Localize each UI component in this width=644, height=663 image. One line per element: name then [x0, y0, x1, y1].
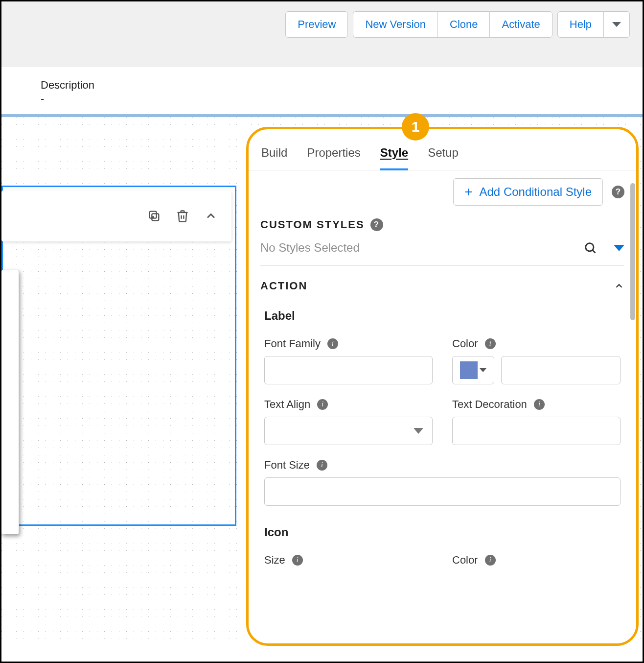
info-icon[interactable]: i — [534, 399, 545, 410]
info-icon[interactable]: i — [485, 338, 496, 349]
description-value: - — [41, 93, 613, 105]
description-label: Description — [41, 79, 613, 92]
add-conditional-style-button[interactable]: + Add Conditional Style — [453, 178, 603, 206]
font-family-label: Font Family i — [264, 337, 433, 350]
svg-line-5 — [593, 250, 596, 253]
text-decoration-input[interactable] — [452, 417, 621, 445]
custom-styles-picker[interactable]: No Styles Selected — [260, 241, 624, 266]
chevron-down-icon — [414, 428, 423, 434]
plus-icon: + — [464, 185, 472, 199]
info-icon[interactable]: i — [317, 399, 328, 410]
text-decoration-label: Text Decoration i — [452, 398, 621, 411]
color-swatch — [460, 361, 478, 379]
icon-size-label: Size i — [264, 554, 433, 567]
activate-button[interactable]: Activate — [489, 11, 552, 38]
preview-button[interactable]: Preview — [285, 11, 348, 38]
collapse-icon[interactable] — [204, 209, 218, 223]
icon-group-title: Icon — [264, 525, 624, 539]
info-icon[interactable]: i — [327, 338, 338, 349]
action-section-header[interactable]: ACTION — [260, 280, 624, 292]
color-input[interactable] — [501, 356, 621, 384]
help-icon[interactable]: ? — [612, 186, 624, 198]
clone-button[interactable]: Clone — [437, 11, 489, 38]
builder-canvas[interactable]: 1 Build Properties Style Setup + Add Con… — [1, 114, 643, 643]
font-size-label: Font Size i — [264, 459, 621, 472]
search-icon[interactable] — [583, 241, 597, 255]
label-group-title: Label — [264, 309, 624, 323]
new-version-button[interactable]: New Version — [353, 11, 437, 38]
callout-badge: 1 — [402, 113, 429, 141]
font-family-input[interactable] — [264, 356, 433, 384]
chevron-down-icon — [480, 368, 486, 372]
color-label: Color i — [452, 337, 621, 350]
styles-placeholder: No Styles Selected — [260, 241, 360, 255]
tab-build[interactable]: Build — [261, 146, 287, 170]
duplicate-icon[interactable] — [147, 209, 161, 223]
action-title: ACTION — [260, 280, 307, 292]
tab-setup[interactable]: Setup — [428, 146, 459, 170]
info-icon[interactable]: i — [317, 460, 327, 471]
panel-tabs: Build Properties Style Setup — [249, 129, 636, 170]
tab-properties[interactable]: Properties — [307, 146, 360, 170]
top-toolbar: Preview New Version Clone Activate Help — [1, 1, 643, 67]
font-size-input[interactable] — [264, 477, 621, 506]
tab-style[interactable]: Style — [380, 146, 408, 170]
text-align-label: Text Align i — [264, 398, 433, 411]
info-icon[interactable]: i — [292, 555, 303, 566]
svg-point-4 — [586, 243, 594, 251]
info-icon[interactable]: i — [485, 555, 496, 566]
help-button[interactable]: Help — [557, 11, 603, 38]
side-panel: Build Properties Style Setup + Add Condi… — [249, 129, 636, 643]
description-bar: Description - — [1, 67, 643, 114]
color-swatch-picker[interactable] — [452, 356, 494, 384]
component-card[interactable] — [1, 270, 19, 534]
add-conditional-label: Add Conditional Style — [480, 185, 592, 199]
trash-icon[interactable] — [176, 209, 189, 223]
text-align-select[interactable] — [264, 417, 433, 445]
dropdown-caret-icon[interactable] — [614, 245, 624, 251]
help-dropdown-button[interactable] — [603, 11, 630, 38]
icon-color-label: Color i — [452, 554, 621, 567]
custom-styles-title: CUSTOM STYLES ? — [260, 218, 624, 231]
chevron-up-icon[interactable] — [614, 281, 624, 291]
component-toolbar — [1, 190, 231, 241]
scrollbar[interactable] — [630, 183, 635, 320]
help-icon[interactable]: ? — [370, 218, 383, 231]
